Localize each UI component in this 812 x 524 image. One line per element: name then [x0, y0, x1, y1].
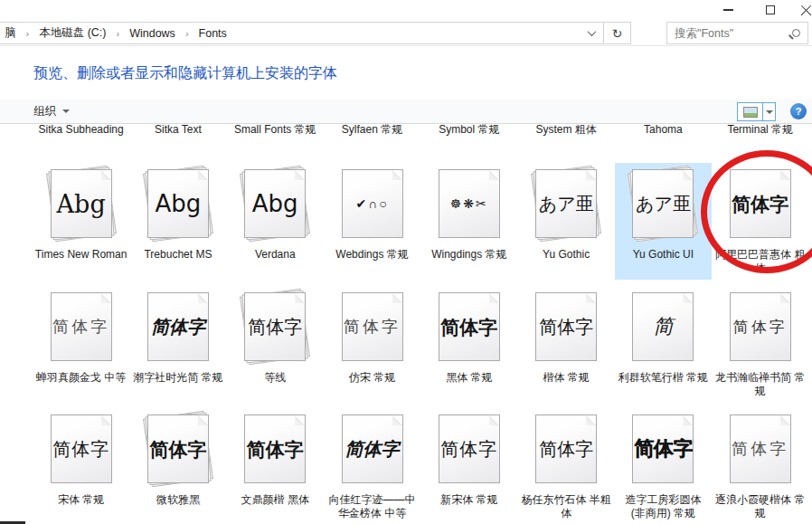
font-page-stack: あア亜	[632, 169, 694, 238]
font-item[interactable]: 简体字微软雅黑	[129, 408, 226, 524]
font-preview-glyph: 简体字	[345, 440, 400, 458]
help-button[interactable]: ?	[790, 103, 807, 119]
font-item[interactable]: Terminal 常规	[712, 124, 808, 141]
font-file-icon: 简体字	[713, 289, 807, 365]
font-item[interactable]: Sitka Text	[129, 124, 226, 141]
font-page-stack: ☸❋✂	[439, 169, 500, 238]
font-item[interactable]: 简利群软笔行楷 常规	[615, 286, 712, 403]
maximize-button[interactable]	[759, 0, 782, 20]
font-preview-glyph: 简体字	[52, 440, 109, 458]
font-preview-glyph: 简体字	[247, 440, 304, 459]
font-item[interactable]: 简体字阿里巴巴普惠体 粗体	[712, 163, 808, 280]
font-page-icon: 简体字	[730, 169, 791, 238]
font-item[interactable]: あア亜Yu Gothic UI	[615, 163, 712, 280]
page-fold-icon	[779, 169, 791, 181]
font-preview-glyph: 简体字	[248, 318, 302, 336]
font-page-icon: 简体字	[147, 414, 209, 483]
font-grid: Sitka SubheadingSitka TextSmall Fonts 常规…	[0, 124, 812, 524]
font-page-icon: 简体字	[535, 292, 597, 361]
font-item[interactable]: 简体字等线	[227, 286, 324, 403]
font-item[interactable]: 简体字造字工房彩圆体 (非商用) 常规	[615, 408, 712, 524]
font-item[interactable]: Small Fonts 常规	[227, 124, 324, 141]
font-item-label: Small Fonts 常规	[234, 124, 316, 137]
page-fold-icon	[779, 414, 791, 426]
font-page-stack: 简体字	[342, 292, 403, 361]
font-item-label: Terminal 常规	[727, 124, 793, 137]
page-fold-icon	[682, 414, 694, 426]
refresh-button[interactable]: ↻	[603, 23, 630, 43]
font-item[interactable]: 简体字逐浪小霞硬楷体 常规	[712, 408, 808, 524]
font-file-icon: ✔∩○	[326, 166, 419, 242]
font-item[interactable]: Tahoma	[615, 124, 712, 141]
font-item[interactable]: ☸❋✂Wingdings 常规	[420, 163, 517, 280]
address-row: 脑 › 本地磁盘 (C:) › Windows › Fonts ↻	[0, 20, 812, 46]
page-fold-icon	[585, 414, 597, 426]
dropdown-caret-icon	[62, 110, 70, 113]
page-fold-icon	[488, 414, 500, 426]
breadcrumb-separator-icon: ›	[18, 28, 38, 39]
organize-button[interactable]: 组织	[33, 100, 70, 123]
breadcrumb-item-local-disk[interactable]: 本地磁盘 (C:)	[37, 23, 108, 43]
font-item[interactable]: 简体字文鼎颜楷 黑体	[227, 408, 324, 524]
font-item[interactable]: AbgVerdana	[227, 163, 324, 280]
font-item-label: 龙书瀚临禅书简 常规	[714, 371, 807, 398]
font-page-stack: 简体字	[730, 292, 791, 361]
views-button[interactable]	[737, 102, 776, 121]
font-item[interactable]: Sylfaen 常规	[324, 124, 420, 141]
address-bar[interactable]: 脑 › 本地磁盘 (C:) › Windows › Fonts ↻	[0, 22, 631, 44]
address-dropdown-button[interactable]	[580, 23, 603, 43]
font-item-label: 潮字社时光简 常规	[133, 371, 222, 385]
font-page-stack: Abg	[147, 169, 209, 238]
font-item[interactable]: 简体字蝉羽真颜金戈 中等	[33, 286, 129, 403]
font-page-stack: 简体字	[51, 292, 112, 361]
font-item[interactable]: 简体字宋体 常规	[33, 408, 129, 524]
breadcrumb-item-computer[interactable]: 脑	[3, 23, 18, 43]
minimize-button[interactable]	[716, 0, 740, 20]
font-file-icon: 简体字	[713, 411, 807, 487]
breadcrumb-item-windows[interactable]: Windows	[127, 24, 177, 43]
font-item[interactable]: 简体字仿宋 常规	[324, 286, 420, 403]
views-current[interactable]	[738, 103, 762, 120]
command-toolbar: 组织 ?	[0, 100, 812, 124]
page-fold-icon	[392, 292, 403, 304]
font-item[interactable]: あア亜Yu Gothic	[517, 163, 614, 280]
font-item[interactable]: 简体字向佳红字迹——中华金榜体 中等	[324, 408, 420, 524]
font-item[interactable]: AbgTimes New Roman	[33, 163, 129, 280]
font-file-icon: 简	[617, 289, 710, 365]
explorer-window: 脑 › 本地磁盘 (C:) › Windows › Fonts ↻ 预览、删除或…	[0, 0, 812, 524]
page-fold-icon	[294, 414, 306, 426]
breadcrumb-item-fonts[interactable]: Fonts	[197, 24, 229, 43]
font-preview-glyph: 简体字	[344, 319, 401, 335]
font-item[interactable]: System 粗体	[517, 124, 614, 141]
font-page-stack: 简体字	[51, 414, 112, 483]
close-button[interactable]	[794, 0, 812, 20]
views-dropdown[interactable]	[762, 103, 775, 120]
page-fold-icon	[392, 414, 403, 426]
font-item[interactable]: AbgTrebuchet MS	[129, 163, 226, 280]
font-item-label: Yu Gothic	[543, 248, 590, 262]
font-page-stack: 简体字	[730, 169, 791, 238]
font-page-stack: 简体字	[632, 414, 694, 483]
font-item[interactable]: ✔∩○Webdings 常规	[324, 163, 420, 280]
font-item[interactable]: Symbol 常规	[420, 124, 517, 141]
refresh-icon: ↻	[612, 26, 623, 41]
font-page-icon: Abg	[51, 169, 112, 238]
font-item[interactable]: 简体字楷体 常规	[517, 286, 614, 403]
fonts-tasks-link[interactable]: 预览、删除或者显示和隐藏计算机上安装的字体	[33, 64, 337, 83]
font-item[interactable]: Sitka Subheading	[33, 124, 129, 141]
breadcrumb-separator-icon: ›	[177, 28, 197, 39]
font-page-stack: 简体字	[439, 292, 500, 361]
font-item[interactable]: 简体字龙书瀚临禅书简 常规	[712, 286, 808, 403]
font-item[interactable]: 简体字黑体 常规	[420, 286, 517, 403]
font-preview-glyph: 简体字	[733, 319, 788, 335]
font-page-icon: 简体字	[535, 414, 597, 483]
title-bar	[0, 0, 812, 20]
font-page-icon: 简体字	[147, 292, 209, 361]
font-item[interactable]: 简体字潮字社时光简 常规	[129, 286, 226, 403]
page-fold-icon	[197, 169, 209, 181]
font-page-icon: 简体字	[51, 414, 112, 483]
search-input[interactable]	[675, 27, 787, 40]
font-item[interactable]: 简体字新宋体 常规	[420, 408, 517, 524]
search-icon	[792, 29, 800, 37]
font-item[interactable]: 简体字杨任东竹石体 半粗体	[517, 408, 614, 524]
